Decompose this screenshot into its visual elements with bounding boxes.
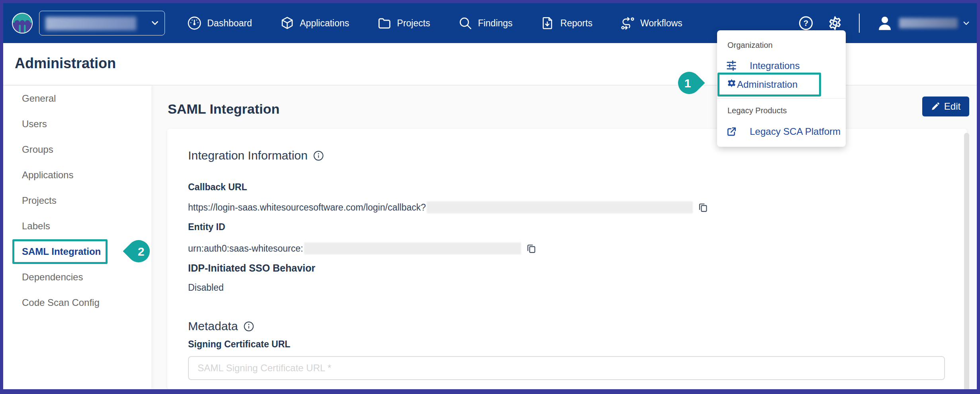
nav-item-label: Applications xyxy=(300,18,349,29)
menu-item-integrations[interactable]: Integrations xyxy=(726,60,800,71)
nav-item-label: Findings xyxy=(478,18,513,29)
entity-id-value: urn:auth0:saas-whitesource: xyxy=(188,242,537,254)
organization-section-label: Organization xyxy=(727,41,772,50)
sidebar-item-applications[interactable]: Applications xyxy=(3,162,151,188)
page-title: Administration xyxy=(15,55,116,72)
external-link-icon xyxy=(726,126,737,137)
sidebar-item-label: Groups xyxy=(22,144,53,155)
nav-item-applications[interactable]: Applications xyxy=(280,16,349,30)
idp-sso-label: IDP-Initiated SSO Behavior xyxy=(188,262,316,274)
dashboard-icon xyxy=(187,16,202,30)
sidebar-item-label: Projects xyxy=(22,195,57,206)
menu-item-legacy-sca-platform[interactable]: Legacy SCA Platform xyxy=(726,126,841,137)
sidebar-item-general[interactable]: General xyxy=(3,86,151,111)
gear-icon xyxy=(726,78,737,91)
sidebar-item-dependencies[interactable]: Dependencies xyxy=(3,264,151,290)
nav-item-workflows[interactable]: Workflows xyxy=(620,16,682,30)
workflows-icon xyxy=(620,16,635,30)
sidebar-item-label: General xyxy=(22,93,56,104)
legacy-products-section-label: Legacy Products xyxy=(727,106,787,115)
nav-item-label: Projects xyxy=(397,18,430,29)
organization-name-redacted xyxy=(45,17,136,30)
user-menu[interactable] xyxy=(876,15,969,32)
edit-button-label: Edit xyxy=(944,101,960,112)
callback-url-text: https://login-saas.whitesourcesoftware.c… xyxy=(188,202,426,213)
findings-icon xyxy=(458,16,472,30)
settings-dropdown-menu: Organization Integrations Administration xyxy=(717,30,846,147)
settings-button[interactable] xyxy=(827,15,843,31)
sidebar-item-label: Applications xyxy=(22,169,73,181)
help-button[interactable]: ? xyxy=(798,16,813,31)
annotation-step-1-number: 1 xyxy=(676,77,699,90)
mend-logo-icon[interactable] xyxy=(12,13,33,33)
nav-right-cluster: ? xyxy=(798,14,969,33)
nav-item-findings[interactable]: Findings xyxy=(458,16,513,30)
section-title-text: Integration Information xyxy=(188,149,308,162)
reports-icon xyxy=(541,16,555,30)
administration-page: Dashboard Applications Projects Findings xyxy=(0,0,980,394)
info-icon[interactable] xyxy=(313,150,324,161)
idp-sso-value: Disabled xyxy=(188,282,224,293)
help-icon: ? xyxy=(798,16,813,31)
saml-integration-highlight-box: SAML Integration xyxy=(12,239,108,264)
main-content: SAML Integration Edit Integration Inform… xyxy=(152,85,977,389)
signing-certificate-url-label: Signing Certificate URL xyxy=(188,339,290,350)
sidebar-item-projects[interactable]: Projects xyxy=(3,188,151,213)
organization-selector[interactable] xyxy=(39,11,165,35)
entity-id-text: urn:auth0:saas-whitesource: xyxy=(188,243,303,254)
nav-item-reports[interactable]: Reports xyxy=(541,16,593,30)
sidebar-item-label: Users xyxy=(22,118,47,130)
sidebar-item-users[interactable]: Users xyxy=(3,111,151,137)
menu-divider xyxy=(717,98,846,98)
callback-url-value: https://login-saas.whitesourcesoftware.c… xyxy=(188,201,708,213)
copy-icon xyxy=(526,243,537,254)
saml-integration-heading: SAML Integration xyxy=(168,101,280,117)
integration-information-title: Integration Information xyxy=(188,149,324,162)
sidebar-item-label: SAML Integration xyxy=(22,246,101,257)
sidebar-item-labels[interactable]: Labels xyxy=(3,213,151,239)
admin-sidebar: General Users Groups Applications Projec… xyxy=(3,86,151,389)
sidebar-item-groups[interactable]: Groups xyxy=(3,137,151,162)
chevron-down-icon xyxy=(152,21,158,25)
sidebar-item-label: Dependencies xyxy=(22,272,83,283)
saml-settings-card: Integration Information Callback URL htt… xyxy=(167,129,967,389)
section-title-text: Metadata xyxy=(188,319,238,333)
sliders-icon xyxy=(726,60,737,71)
sidebar-item-label: Code Scan Config xyxy=(22,297,100,308)
user-avatar-icon xyxy=(876,15,893,32)
settings-gear-icon xyxy=(827,15,843,31)
menu-item-label: Administration xyxy=(737,79,798,90)
sidebar-item-code-scan-config[interactable]: Code Scan Config xyxy=(3,290,151,315)
applications-icon xyxy=(280,16,294,30)
menu-item-label: Integrations xyxy=(750,60,800,71)
nav-items: Dashboard Applications Projects Findings xyxy=(187,16,682,30)
nav-item-dashboard[interactable]: Dashboard xyxy=(187,16,252,30)
edit-button[interactable]: Edit xyxy=(922,97,969,116)
vertical-scrollbar[interactable] xyxy=(964,133,969,391)
entity-id-label: Entity ID xyxy=(188,222,225,232)
nav-item-label: Reports xyxy=(561,18,593,29)
nav-item-label: Workflows xyxy=(640,18,682,29)
menu-item-administration[interactable]: Administration xyxy=(717,73,821,97)
user-name-redacted xyxy=(899,18,958,28)
info-icon[interactable] xyxy=(243,321,254,332)
copy-callback-url-button[interactable] xyxy=(698,202,708,213)
entity-id-redacted xyxy=(304,242,521,254)
callback-url-redacted xyxy=(427,201,693,213)
metadata-title: Metadata xyxy=(188,319,254,333)
sidebar-item-label: Labels xyxy=(22,221,50,232)
copy-entity-id-button[interactable] xyxy=(526,243,537,254)
projects-icon xyxy=(377,16,392,30)
annotation-step-2-number: 2 xyxy=(130,245,152,258)
svg-text:?: ? xyxy=(804,19,808,28)
signing-certificate-url-input[interactable] xyxy=(188,356,945,380)
nav-item-label: Dashboard xyxy=(207,18,252,29)
chevron-down-icon xyxy=(963,22,969,25)
copy-icon xyxy=(698,202,708,213)
nav-divider xyxy=(859,14,860,33)
pencil-icon xyxy=(931,102,940,111)
callback-url-label: Callback URL xyxy=(188,182,247,193)
menu-item-label: Legacy SCA Platform xyxy=(750,126,841,137)
nav-item-projects[interactable]: Projects xyxy=(377,16,430,30)
